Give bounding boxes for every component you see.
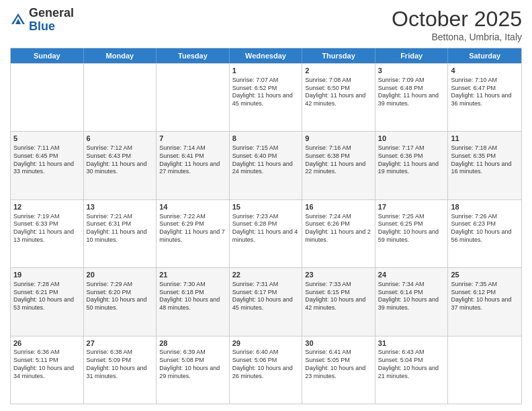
cell-info: Sunrise: 6:39 AM Sunset: 5:08 PM Dayligh… — [159, 349, 226, 380]
cell-info: Sunrise: 7:11 AM Sunset: 6:45 PM Dayligh… — [13, 144, 81, 176]
cell-info: Sunrise: 7:30 AM Sunset: 6:18 PM Dayligh… — [159, 281, 226, 312]
cell-info: Sunrise: 7:35 AM Sunset: 6:12 PM Dayligh… — [451, 281, 519, 312]
calendar-row-3: 12Sunrise: 7:19 AM Sunset: 6:33 PM Dayli… — [11, 199, 521, 267]
cell-info: Sunrise: 7:17 AM Sunset: 6:36 PM Dayligh… — [378, 144, 445, 176]
cell-info: Sunrise: 7:07 AM Sunset: 6:52 PM Dayligh… — [232, 77, 300, 108]
day-number: 20 — [87, 270, 154, 280]
cal-cell-2-2: 6Sunrise: 7:12 AM Sunset: 6:43 PM Daylig… — [84, 132, 157, 199]
logo-text: General Blue — [29, 7, 74, 34]
day-number: 30 — [305, 338, 372, 349]
cell-info: Sunrise: 6:38 AM Sunset: 5:09 PM Dayligh… — [87, 349, 154, 380]
cal-cell-2-5: 9Sunrise: 7:16 AM Sunset: 6:38 PM Daylig… — [302, 132, 375, 199]
cell-info: Sunrise: 7:25 AM Sunset: 6:25 PM Dayligh… — [378, 213, 445, 244]
day-number: 7 — [159, 134, 226, 144]
cal-cell-4-5: 23Sunrise: 7:33 AM Sunset: 6:15 PM Dayli… — [302, 268, 375, 335]
cell-info: Sunrise: 7:23 AM Sunset: 6:28 PM Dayligh… — [232, 213, 300, 244]
cal-cell-5-4: 29Sunrise: 6:40 AM Sunset: 5:06 PM Dayli… — [230, 336, 303, 404]
cell-info: Sunrise: 6:36 AM Sunset: 5:11 PM Dayligh… — [13, 349, 81, 380]
cell-info: Sunrise: 7:31 AM Sunset: 6:17 PM Dayligh… — [232, 281, 300, 312]
cal-cell-1-7: 4Sunrise: 7:10 AM Sunset: 6:47 PM Daylig… — [448, 64, 521, 131]
weekday-header-thursday: Thursday — [302, 48, 375, 63]
month-title: October 2025 — [392, 7, 522, 32]
day-number: 12 — [13, 202, 81, 212]
cal-cell-3-4: 15Sunrise: 7:23 AM Sunset: 6:28 PM Dayli… — [230, 200, 303, 267]
cell-info: Sunrise: 7:12 AM Sunset: 6:43 PM Dayligh… — [87, 144, 154, 176]
cal-cell-5-6: 31Sunrise: 6:43 AM Sunset: 5:04 PM Dayli… — [375, 336, 449, 404]
calendar-header: SundayMondayTuesdayWednesdayThursdayFrid… — [11, 48, 521, 63]
day-number: 18 — [451, 202, 519, 212]
location: Bettona, Umbria, Italy — [392, 32, 522, 42]
cal-cell-4-1: 19Sunrise: 7:28 AM Sunset: 6:21 PM Dayli… — [11, 268, 84, 335]
cal-cell-4-3: 21Sunrise: 7:30 AM Sunset: 6:18 PM Dayli… — [157, 268, 230, 335]
cell-info: Sunrise: 7:33 AM Sunset: 6:15 PM Dayligh… — [305, 281, 372, 312]
cell-info: Sunrise: 7:22 AM Sunset: 6:29 PM Dayligh… — [159, 213, 226, 244]
cell-info: Sunrise: 7:18 AM Sunset: 6:35 PM Dayligh… — [451, 144, 519, 176]
calendar-row-2: 5Sunrise: 7:11 AM Sunset: 6:45 PM Daylig… — [11, 131, 521, 199]
cell-info: Sunrise: 7:26 AM Sunset: 6:23 PM Dayligh… — [451, 213, 519, 244]
logo-icon — [10, 12, 26, 28]
day-number: 29 — [232, 338, 300, 349]
cal-cell-1-1 — [11, 64, 84, 131]
cell-info: Sunrise: 7:14 AM Sunset: 6:41 PM Dayligh… — [159, 144, 226, 176]
cell-info: Sunrise: 7:09 AM Sunset: 6:48 PM Dayligh… — [378, 77, 445, 108]
day-number: 5 — [13, 134, 81, 144]
weekday-header-wednesday: Wednesday — [230, 48, 303, 63]
cal-cell-4-6: 24Sunrise: 7:34 AM Sunset: 6:14 PM Dayli… — [375, 268, 449, 335]
cell-info: Sunrise: 7:29 AM Sunset: 6:20 PM Dayligh… — [87, 281, 154, 312]
cal-cell-5-2: 27Sunrise: 6:38 AM Sunset: 5:09 PM Dayli… — [84, 336, 157, 404]
cell-info: Sunrise: 7:34 AM Sunset: 6:14 PM Dayligh… — [378, 281, 445, 312]
day-number: 3 — [378, 66, 445, 76]
cal-cell-1-2 — [84, 64, 157, 131]
cal-cell-3-1: 12Sunrise: 7:19 AM Sunset: 6:33 PM Dayli… — [11, 200, 84, 267]
cal-cell-5-3: 28Sunrise: 6:39 AM Sunset: 5:08 PM Dayli… — [157, 336, 230, 404]
weekday-header-saturday: Saturday — [448, 48, 521, 63]
cal-cell-3-7: 18Sunrise: 7:26 AM Sunset: 6:23 PM Dayli… — [448, 200, 521, 267]
day-number: 11 — [451, 134, 519, 144]
day-number: 31 — [378, 338, 445, 349]
cell-info: Sunrise: 7:15 AM Sunset: 6:40 PM Dayligh… — [232, 144, 300, 176]
day-number: 24 — [378, 270, 445, 280]
cal-cell-1-4: 1Sunrise: 7:07 AM Sunset: 6:52 PM Daylig… — [230, 64, 303, 131]
day-number: 22 — [232, 270, 300, 280]
page: General Blue October 2025 Bettona, Umbri… — [0, 0, 532, 411]
day-number: 6 — [87, 134, 154, 144]
cal-cell-2-6: 10Sunrise: 7:17 AM Sunset: 6:36 PM Dayli… — [375, 132, 449, 199]
cell-info: Sunrise: 7:28 AM Sunset: 6:21 PM Dayligh… — [13, 281, 81, 312]
day-number: 21 — [159, 270, 226, 280]
day-number: 25 — [451, 270, 519, 280]
weekday-header-sunday: Sunday — [11, 48, 84, 63]
day-number: 4 — [451, 66, 519, 76]
day-number: 16 — [305, 202, 372, 212]
cell-info: Sunrise: 6:41 AM Sunset: 5:05 PM Dayligh… — [305, 349, 372, 380]
day-number: 13 — [87, 202, 154, 212]
cal-cell-2-3: 7Sunrise: 7:14 AM Sunset: 6:41 PM Daylig… — [157, 132, 230, 199]
cal-cell-4-2: 20Sunrise: 7:29 AM Sunset: 6:20 PM Dayli… — [84, 268, 157, 335]
calendar-row-1: 1Sunrise: 7:07 AM Sunset: 6:52 PM Daylig… — [11, 63, 521, 131]
header: General Blue October 2025 Bettona, Umbri… — [10, 7, 522, 42]
cal-cell-1-3 — [157, 64, 230, 131]
day-number: 23 — [305, 270, 372, 280]
logo-blue-text: Blue — [29, 20, 74, 34]
weekday-header-monday: Monday — [84, 48, 157, 63]
cal-cell-3-5: 16Sunrise: 7:24 AM Sunset: 6:26 PM Dayli… — [302, 200, 375, 267]
cal-cell-3-3: 14Sunrise: 7:22 AM Sunset: 6:29 PM Dayli… — [157, 200, 230, 267]
day-number: 14 — [159, 202, 226, 212]
cal-cell-5-5: 30Sunrise: 6:41 AM Sunset: 5:05 PM Dayli… — [302, 336, 375, 404]
cell-info: Sunrise: 6:43 AM Sunset: 5:04 PM Dayligh… — [378, 349, 445, 380]
calendar-body: 1Sunrise: 7:07 AM Sunset: 6:52 PM Daylig… — [11, 63, 521, 404]
logo: General Blue — [10, 7, 74, 34]
cal-cell-3-2: 13Sunrise: 7:21 AM Sunset: 6:31 PM Dayli… — [84, 200, 157, 267]
day-number: 28 — [159, 338, 226, 349]
day-number: 17 — [378, 202, 445, 212]
cell-info: Sunrise: 7:21 AM Sunset: 6:31 PM Dayligh… — [87, 213, 154, 244]
cal-cell-2-7: 11Sunrise: 7:18 AM Sunset: 6:35 PM Dayli… — [448, 132, 521, 199]
cell-info: Sunrise: 6:40 AM Sunset: 5:06 PM Dayligh… — [232, 349, 300, 380]
cell-info: Sunrise: 7:19 AM Sunset: 6:33 PM Dayligh… — [13, 213, 81, 244]
cell-info: Sunrise: 7:08 AM Sunset: 6:50 PM Dayligh… — [305, 77, 372, 108]
day-number: 26 — [13, 338, 81, 349]
day-number: 19 — [13, 270, 81, 280]
day-number: 2 — [305, 66, 372, 76]
day-number: 1 — [232, 66, 300, 76]
day-number: 15 — [232, 202, 300, 212]
cal-cell-2-4: 8Sunrise: 7:15 AM Sunset: 6:40 PM Daylig… — [230, 132, 303, 199]
